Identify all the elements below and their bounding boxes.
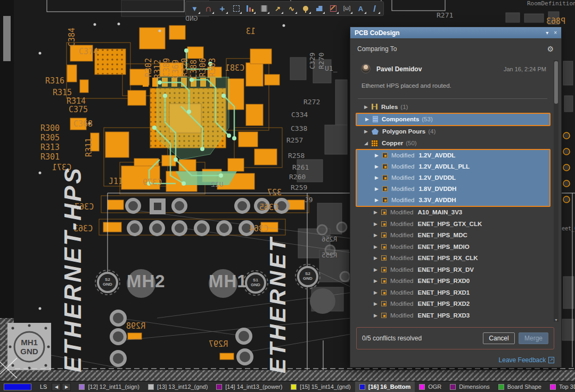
tree-item-rules[interactable]: ▶Rules(1) <box>356 101 551 113</box>
tree-item-enet-hps-rxd1[interactable]: ▶ModifiedENET_HPS_RXD1 <box>356 287 551 298</box>
pcb-silkscreen-label: R302 <box>145 58 153 77</box>
expand-arrow-icon[interactable]: ▶ <box>374 244 381 249</box>
pcb-silkscreen-label: P863 <box>546 18 565 26</box>
commit-message: Ethernet HPS placed and routed. <box>362 82 451 89</box>
layer-scroll-right-button[interactable]: ▶ <box>62 383 71 391</box>
commit-card[interactable]: Pavel Demidov Jan 16, 2:24 PM Ethernet H… <box>357 60 547 94</box>
layer-tab-16-16-bottom[interactable]: [16] 16_Bottom <box>355 381 415 392</box>
tree-item-enet-hps-rx-clk[interactable]: ▶ModifiedENET_HPS_RX_CLK <box>356 253 551 264</box>
tree-item-3-3v-avddh[interactable]: ▶Modified3.3V_AVDDH <box>357 195 549 206</box>
place-line-icon-button[interactable]: / <box>368 2 381 15</box>
expand-arrow-icon[interactable]: ▶ <box>375 186 382 191</box>
expand-arrow-icon[interactable]: ▶ <box>374 255 381 261</box>
tree-item-enet-hps-rx-dv[interactable]: ▶ModifiedENET_HPS_RX_DV <box>356 264 551 276</box>
tree-item-label: Copper <box>382 140 403 146</box>
expand-arrow-icon[interactable]: ▶ <box>375 197 382 203</box>
polygon-icon <box>372 128 379 135</box>
pcb-silkscreen-label: C338 <box>291 125 307 132</box>
expand-arrow-icon[interactable]: ▶ <box>364 129 372 134</box>
tree-item-a10-main-3v3[interactable]: ▶ModifiedA10_MAIN_3V3 <box>356 207 551 219</box>
layer-tab-top-3d-body[interactable]: Top 3D Body <box>546 381 575 392</box>
room-icon-button[interactable]: [ω] <box>340 2 354 15</box>
expand-arrow-icon[interactable]: ▶ <box>374 210 381 215</box>
tree-item-copper[interactable]: ◢Copper(50) <box>356 137 551 149</box>
layer-scroll-left-button[interactable]: ◀ <box>52 383 61 391</box>
layer-sets-button[interactable]: LS <box>36 383 51 390</box>
filter-icon: ▼ <box>191 5 198 12</box>
expand-arrow-icon[interactable]: ▶ <box>375 175 382 180</box>
scrollbar[interactable]: ▼ <box>554 60 558 322</box>
differential-route-icon-button[interactable]: ∿ <box>285 2 298 15</box>
expand-arrow-icon[interactable]: ▶ <box>375 164 382 169</box>
layer-tabs: [12] 12_int11_(sign)[13] 13_int12_(gnd)[… <box>75 381 575 392</box>
tree-item-label: ENET_HPS_GTX_CLK <box>417 221 482 227</box>
change-status: Modified <box>390 312 413 319</box>
cancel-button[interactable]: Cancel <box>483 332 515 344</box>
tree-item-1-2v-avdll-pll[interactable]: ▶Modified1.2V_AVDLL_PLL <box>357 161 549 172</box>
layer-tab-14-14-int13-power[interactable]: [14] 14_int13_(power) <box>212 381 286 392</box>
pcb-silkscreen-label: R270 <box>318 53 325 69</box>
layer-tab-dimensions[interactable]: Dimensions <box>446 381 494 392</box>
expand-arrow-icon[interactable]: ▶ <box>365 116 373 122</box>
tree-item-components[interactable]: ▶Components(53) <box>357 114 549 125</box>
expand-arrow-icon[interactable]: ▶ <box>374 221 381 227</box>
leave-feedback-link[interactable]: Leave Feedback ↗ <box>499 356 554 364</box>
layer-color-swatch <box>359 384 365 390</box>
place-via-icon-button[interactable] <box>299 2 312 15</box>
tree-item-enet-hps-gtx-clk[interactable]: ▶ModifiedENET_HPS_GTX_CLK <box>356 218 551 230</box>
layer-tab-board-shape[interactable]: Board Shape <box>494 381 546 392</box>
tree-item-1-2v-dvddl[interactable]: ▶Modified1.2V_DVDDL <box>357 172 549 184</box>
scrollbar-down-arrow[interactable]: ▼ <box>554 318 558 322</box>
board-insight-icon-button[interactable] <box>243 2 257 15</box>
expand-arrow-icon[interactable]: ▶ <box>374 278 381 283</box>
filter-icon-button[interactable]: ▼ <box>188 2 201 15</box>
change-status: Modified <box>391 152 414 159</box>
pcb-silkscreen-label: R300 <box>40 124 60 132</box>
polygon-pour-icon-button[interactable] <box>313 2 326 15</box>
panel-close-icon[interactable]: × <box>554 30 557 36</box>
layer-tab-ogr[interactable]: OGR <box>415 381 446 392</box>
snap-magnet-icon-button[interactable]: ∩ <box>202 2 215 15</box>
move-cross-icon-button[interactable]: + <box>216 2 229 15</box>
layer-tab-13-13-int12-gnd[interactable]: [13] 13_int12_(gnd) <box>144 381 212 392</box>
panel-collapse-icon[interactable]: ▾ <box>546 30 548 36</box>
snap-magnet-icon: ∩ <box>205 4 211 13</box>
tree-item-enet-hps-rxd0[interactable]: ▶ModifiedENET_HPS_RXD0 <box>356 276 551 287</box>
expand-arrow-icon[interactable]: ▶ <box>374 301 381 306</box>
place-line-icon: / <box>373 4 376 13</box>
expand-arrow-icon[interactable]: ▶ <box>374 290 381 295</box>
pcb-silkscreen-label: 327 <box>267 189 282 197</box>
place-component-icon-button[interactable] <box>257 2 270 15</box>
expand-arrow-icon[interactable]: ▶ <box>374 232 381 238</box>
tree-item-1-8v-dvddh[interactable]: ▶Modified1.8V_DVDDH <box>357 184 549 195</box>
tree-item-1-2v-avddl[interactable]: ▶Modified1.2V_AVDDL <box>357 150 549 161</box>
layer-tab-12-12-int11-sign[interactable]: [12] 12_int11_(sign) <box>75 381 143 392</box>
merge-button[interactable]: Merge <box>519 332 548 344</box>
select-area-icon-button[interactable] <box>229 2 243 15</box>
layer-tab-15-15-int14-gnd[interactable]: [15] 15_int14_(gnd) <box>286 381 355 392</box>
expand-arrow-icon[interactable]: ▶ <box>374 313 381 318</box>
expand-arrow-icon[interactable]: ◢ <box>364 140 372 146</box>
tree-item-label: ENET_HPS_RXD0 <box>417 278 470 284</box>
tree-item-enet-hps-mdc[interactable]: ▶ModifiedENET_HPS_MDC <box>356 230 551 241</box>
scrollbar-thumb[interactable] <box>554 61 558 104</box>
current-layer-color-swatch[interactable] <box>4 383 31 390</box>
expand-arrow-icon[interactable]: ▶ <box>364 104 372 110</box>
place-string-icon-button[interactable]: A <box>354 2 367 15</box>
interactive-route-icon-button[interactable]: ↗ <box>271 2 284 15</box>
tree-item-enet-hps-rxd3[interactable]: ▶ModifiedENET_HPS_RXD3 <box>356 310 551 321</box>
pcb-silkscreen-label: C384 <box>68 28 76 47</box>
gear-icon[interactable]: ⚙ <box>547 45 554 53</box>
pcb-silkscreen-label: MH1 <box>209 272 248 290</box>
tree-item-enet-hps-mdio[interactable]: ▶ModifiedENET_HPS_MDIO <box>356 241 551 253</box>
tree-item-enet-hps-rxd2[interactable]: ▶ModifiedENET_HPS_RXD2 <box>356 298 551 310</box>
expand-arrow-icon[interactable]: ▶ <box>374 267 381 272</box>
change-status: Modified <box>391 163 414 170</box>
panel-header[interactable]: PCB CoDesign ▾ × <box>350 27 561 38</box>
pcb-silkscreen-label: S2 GND <box>103 278 112 287</box>
pcb-silkscreen-label: C368 <box>73 120 93 128</box>
place-track-icon-button[interactable] <box>326 2 340 15</box>
layer-tab-label: Top 3D Body <box>559 383 575 390</box>
tree-item-polygon-pours[interactable]: ▶Polygon Pours(4) <box>356 126 551 138</box>
expand-arrow-icon[interactable]: ▶ <box>375 153 382 158</box>
